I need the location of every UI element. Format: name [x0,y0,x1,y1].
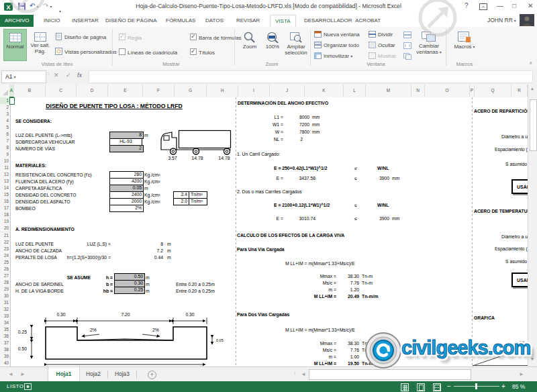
tab-desarrollador[interactable]: DESARROLLADOR [299,15,357,27]
column-header-J[interactable]: J [270,85,305,97]
select-all-corner[interactable] [0,85,10,97]
sheet-tab-hoja1[interactable]: Hoja1 [48,367,80,383]
column-header-N[interactable]: N [411,85,425,97]
tab-inicio[interactable]: INICIO [39,15,64,27]
zoom-100-button[interactable]: 100% [262,29,283,60]
material-value-cell[interactable]: 0.05 [109,185,144,192]
checkbox-titulos[interactable]: Títulos [190,48,215,56]
collapse-ribbon-button[interactable]: ∧ [529,60,532,66]
page-break-preview-button[interactable]: Ver salt. Pág. [28,29,52,60]
user-account-menu[interactable]: JOHN RR [487,17,516,23]
tab-revisar[interactable]: REVISAR [232,15,264,27]
column-header-P[interactable]: P [470,85,475,97]
sheet-nav-next-icon[interactable]: ► [20,371,26,377]
column-header-H[interactable]: H [207,85,238,97]
new-window-button[interactable]: Nueva ventana [314,31,360,38]
column-header-O[interactable]: O [425,85,470,97]
page-layout-button[interactable]: Diseño de página [55,33,106,40]
close-button[interactable]: ✕ [528,2,533,9]
zoom-level[interactable]: 85 % [512,383,525,390]
material-value-cell[interactable]: 280 [109,171,144,179]
column-header-L[interactable]: L [344,85,366,97]
switch-windows-label-2: ventanas [415,49,443,55]
ribbon-options-icon[interactable] [479,3,487,10]
zoom-out-button[interactable]: − [447,383,451,390]
acero-asumido: S asumido [505,161,527,167]
cancel-formula-icon[interactable]: ✕ [54,72,59,79]
zoom-slider-handle[interactable] [475,383,477,389]
checkbox-lineas-cuadricula[interactable]: Líneas de cuadrícula [119,48,177,56]
user-avatar[interactable] [520,14,534,26]
macro-record-icon[interactable] [24,383,32,390]
column-header-B[interactable]: B [14,85,46,97]
material-value2-cell[interactable]: 2.0 [173,198,189,205]
luz-value-cell[interactable]: 8 [109,132,144,139]
tab-diseno-de-pagina[interactable]: DISEÑO DE PÁGINA [101,15,161,27]
material-value2-cell[interactable]: 2.4 [173,191,189,199]
name-box[interactable]: A1 [1,70,46,83]
column-header-K[interactable]: K [305,85,344,97]
vias-value-cell[interactable]: 2 [109,145,144,152]
zoom-selection-button[interactable]: Ampliar selección [284,29,308,60]
column-header-F[interactable]: F [143,85,175,97]
asume-value-cell[interactable]: 0.50 [114,273,145,281]
tab-datos[interactable]: DATOS [201,15,228,27]
sheet-nav-prev-icon[interactable]: ◄ [8,371,13,377]
enter-formula-icon[interactable]: ✓ [66,72,71,79]
split-button[interactable]: Dividir [369,31,393,38]
column-header-I[interactable]: I [238,85,270,97]
hscroll-right-icon[interactable]: ► [519,371,524,377]
spreadsheet-grid[interactable]: 1234567891011121314151617181920212223242… [0,97,528,366]
column-header-D[interactable]: D [77,85,108,97]
zoom-button[interactable]: Zoom [238,29,261,60]
freeze-panes-button[interactable]: Inmovilizar [314,52,352,59]
material-value-cell[interactable]: 2000 [109,198,144,205]
insert-function-icon[interactable]: fx [77,72,82,79]
scroll-up-icon[interactable]: ▲ [530,87,534,91]
redim-unit: m [167,248,171,254]
tab-archivo[interactable]: ARCHIVO [0,15,34,27]
tab-acrobat[interactable]: ACROBAT [350,15,385,27]
column-header-M[interactable]: M [366,85,411,97]
maximize-button[interactable]: □ [512,2,516,9]
arrange-all-button[interactable]: Organizar todo [314,42,359,48]
tab-insertar[interactable]: INSERTAR [67,15,103,27]
checkbox-regla[interactable]: Regla [119,34,142,41]
view-normal-icon[interactable] [401,383,409,391]
normal-view-button[interactable]: Normal [3,29,27,61]
horizontal-scrollbar-thumb[interactable] [309,369,471,380]
tab-vista[interactable]: VISTA [270,15,296,28]
add-sheet-button[interactable]: + [148,371,156,379]
view-page-break-icon[interactable] [433,383,441,391]
tab-formulas[interactable]: FÓRMULAS [161,15,200,27]
scroll-down-icon[interactable]: ▼ [530,357,534,361]
unhide-button[interactable]: Mostrar [369,52,396,59]
column-header-A[interactable]: A [9,85,14,98]
material-value-cell[interactable]: 4200 [109,178,144,185]
sheet-tab-hoja2[interactable]: Hoja2 [79,367,107,381]
asume-value-cell[interactable]: 0.25 [114,287,145,294]
asume-value-cell[interactable]: 0.30 [114,280,145,287]
minimize-button[interactable]: — [497,2,503,9]
sheet-tab-hoja3[interactable]: Hoja3 [108,367,136,381]
vertical-scrollbar[interactable]: ▲ ▼ [528,85,537,366]
formula-input[interactable] [89,70,533,83]
column-header-C[interactable]: C [46,85,77,97]
column-header-Q[interactable]: Q [475,85,511,97]
custom-views-button[interactable]: Vistas personalizadas [55,48,117,55]
vertical-scrollbar-thumb[interactable] [530,99,537,151]
zoom-in-button[interactable]: + [501,383,505,390]
column-header-R[interactable]: R [511,85,528,97]
usar-label-2: USAR: [517,277,528,283]
hide-button[interactable]: Ocultar [369,42,395,48]
material-value-cell[interactable]: 2400 [109,191,144,199]
reset-window-position-icon[interactable] [403,53,411,60]
column-header-E[interactable]: E [108,85,143,97]
column-header-G[interactable]: G [175,85,207,97]
view-page-layout-icon[interactable] [417,383,425,391]
tabbar-splitter[interactable]: ⁞ [294,370,295,376]
sobrecarga-value-cell[interactable]: HL-93 [109,138,142,146]
page-layout-label: Diseño de página [64,34,106,40]
hscroll-left-icon[interactable]: ◄ [301,371,306,377]
material-value-cell[interactable]: 2% [109,205,144,212]
